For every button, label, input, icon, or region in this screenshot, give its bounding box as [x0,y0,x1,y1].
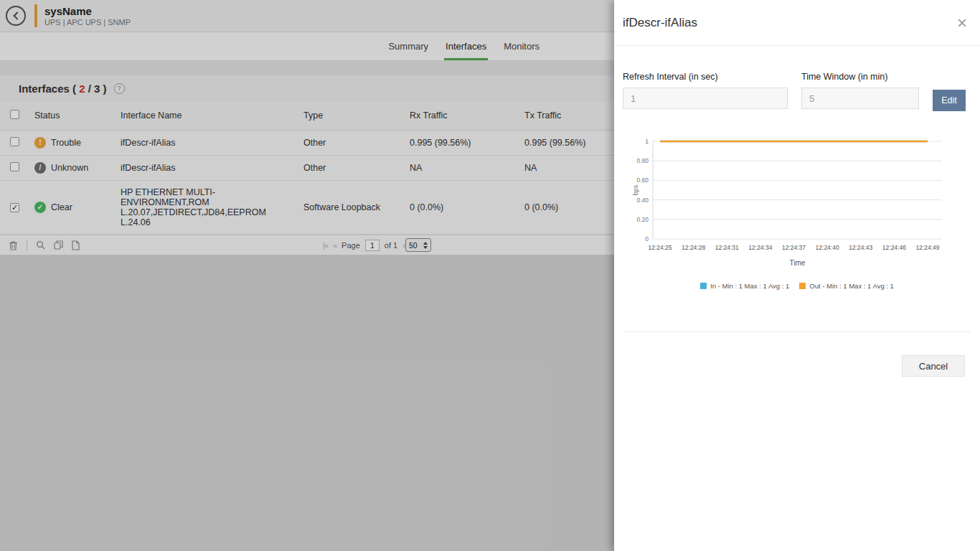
x-tick-label: 12:24:25 [648,244,672,251]
y-tick-label: 0.20 [636,216,649,223]
divider [27,240,27,250]
table-row[interactable]: /Unknown ifDescr-ifAlias Other NA NA [0,156,614,181]
legend-item: In - Min : 1 Max : 1 Avg : 1 [700,282,789,290]
trouble-status-icon: ! [34,137,46,149]
time-window-input[interactable] [801,88,919,109]
pagination: |« « Page of 1 » »| [323,235,416,255]
y-tick-label: 0.60 [636,176,649,184]
refresh-interval-input[interactable] [623,88,788,109]
chevron-left-icon [13,11,21,19]
page-background [0,61,614,75]
row-checkbox[interactable] [10,162,19,171]
spinner-icon [423,242,428,249]
legend-label: In - Min : 1 Max : 1 Avg : 1 [710,282,789,290]
table-row[interactable]: !Trouble ifDescr-ifAlias Other 0.995 (99… [0,131,614,156]
tab-summary[interactable]: Summary [380,32,437,60]
col-tx-traffic: Tx Traffic [519,101,614,131]
page-of-label: of 1 [385,241,397,250]
unknown-status-icon: / [34,162,46,174]
status-label: Clear [51,202,72,212]
clear-status-icon: ✓ [34,202,46,213]
status-label: Trouble [51,138,81,148]
traffic-chart: 00.200.400.600.80112:24:2512:24:2812:24:… [631,131,963,275]
interface-detail-panel: ifDescr-ifAlias × Refresh Interval (in s… [614,0,980,551]
y-tick-label: 0 [645,235,649,242]
page-label: Page [341,241,360,250]
select-all-checkbox[interactable] [10,110,19,119]
legend-label: Out - Min : 1 Max : 1 Avg : 1 [809,282,894,290]
accent-bar [34,4,37,27]
first-page-button[interactable]: |« [323,241,328,250]
row-checkbox[interactable] [10,137,19,146]
interfaces-card-header: Interfaces ( 2 / 3 ) ? [0,75,614,101]
device-header: sysName UPS | APC UPS | SNMP [0,0,614,32]
interface-type: Software Loopback [298,181,404,235]
rx-traffic-value: NA [404,156,519,181]
interface-type: Other [298,156,404,181]
x-tick-label: 12:24:28 [682,244,705,251]
tx-traffic-value: 0.995 (99.56%) [519,131,614,156]
tx-traffic-value: NA [519,156,614,181]
tab-bar: Summary Interfaces Monitors [0,32,614,61]
legend-swatch [799,283,806,289]
x-tick-label: 12:24:46 [882,244,906,251]
device-title: sysName [44,5,131,17]
copy-icon[interactable] [54,240,63,250]
cancel-button[interactable]: Cancel [902,355,965,377]
interface-name[interactable]: HP ETHERNET MULTI-ENVIRONMENT,ROM L.20.0… [115,181,298,235]
x-tick-label: 12:24:40 [816,244,839,251]
legend-swatch [700,283,707,289]
table-footer: |« « Page of 1 » »| 50 [0,235,614,255]
chart-legend: In - Min : 1 Max : 1 Avg : 1Out - Min : … [614,282,980,290]
panel-header: ifDescr-ifAlias × [614,0,980,46]
x-tick-label: 12:24:37 [782,244,806,251]
interfaces-count-title: Interfaces ( 2 / 3 ) [19,83,107,95]
interface-name[interactable]: ifDescr-ifAlias [115,156,298,181]
col-type: Type [298,101,404,131]
edit-button[interactable]: Edit [933,90,966,111]
search-icon[interactable] [36,240,45,250]
interface-type: Other [298,131,404,156]
col-rx-traffic: Rx Traffic [404,101,519,131]
help-icon[interactable]: ? [114,83,125,94]
page-number-input[interactable] [365,240,380,251]
delete-icon[interactable] [9,240,18,250]
tab-interfaces[interactable]: Interfaces [437,32,495,60]
refresh-interval-label: Refresh Interval (in sec) [623,72,788,82]
divider [623,331,970,332]
rx-traffic-value: 0 (0.0%) [404,181,519,235]
tab-monitors[interactable]: Monitors [495,32,548,60]
row-checkbox[interactable]: ✓ [10,203,19,212]
page-size-value: 50 [409,241,418,250]
y-axis-title: bps [632,184,639,195]
status-label: Unknown [51,163,88,173]
page-size-select[interactable]: 50 [405,238,431,252]
panel-title: ifDescr-ifAlias [623,16,697,30]
x-tick-label: 12:24:49 [915,244,939,251]
legend-item: Out - Min : 1 Max : 1 Avg : 1 [799,282,894,290]
table-row[interactable]: ✓ ✓Clear HP ETHERNET MULTI-ENVIRONMENT,R… [0,181,614,235]
x-tick-label: 12:24:43 [849,244,872,251]
time-window-label: Time Window (in min) [801,72,919,82]
prev-page-button[interactable]: « [333,241,336,250]
tx-traffic-value: 0 (0.0%) [519,181,614,235]
export-file-icon[interactable] [72,240,80,250]
x-tick-label: 12:24:34 [748,244,772,251]
y-tick-label: 0.40 [636,197,649,204]
col-interface-name: Interface Name [115,101,298,131]
col-status: Status [29,101,115,131]
device-subtitle: UPS | APC UPS | SNMP [44,17,131,27]
back-button[interactable] [6,6,26,26]
interfaces-table: Status Interface Name Type Rx Traffic Tx… [0,101,614,235]
table-header-row: Status Interface Name Type Rx Traffic Tx… [0,101,614,131]
x-axis-title: Time [790,259,806,267]
y-tick-label: 0.80 [636,157,649,164]
interface-name[interactable]: ifDescr-ifAlias [115,131,298,156]
close-icon[interactable]: × [954,13,970,33]
x-tick-label: 12:24:31 [715,244,739,251]
main-page: sysName UPS | APC UPS | SNMP Summary Int… [0,0,614,551]
interfaces-card: Interfaces ( 2 / 3 ) ? Status Interface … [0,75,614,255]
active-count: 2 [79,83,85,95]
chart-canvas: 00.200.400.600.80112:24:2512:24:2812:24:… [631,131,963,272]
rx-traffic-value: 0.995 (99.56%) [404,131,519,156]
